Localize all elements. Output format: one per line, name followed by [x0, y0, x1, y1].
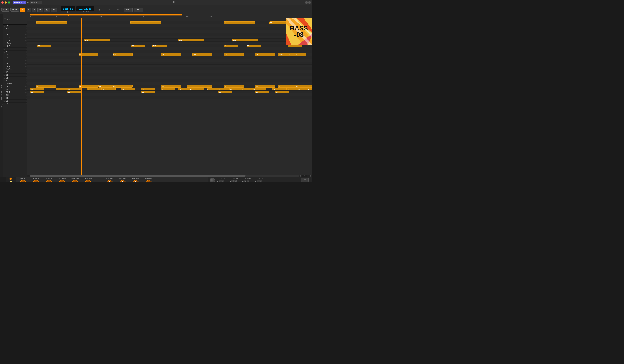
ma-acc-s-btn[interactable]: S	[219, 180, 221, 182]
cb-acc-m-btn[interactable]: M	[247, 180, 249, 182]
cb-acc-play[interactable]: ▶	[242, 181, 243, 182]
clip-block[interactable]: C#1	[272, 88, 286, 91]
clip-block[interactable]: G#1	[161, 53, 181, 56]
window-control-1[interactable]: —	[306, 1, 308, 4]
clip-block[interactable]: D1	[87, 88, 101, 91]
mct-level-knob[interactable]	[72, 180, 78, 182]
cp-acc-s-btn[interactable]: S	[231, 180, 234, 182]
track-mute-arrow[interactable]: ◁	[25, 54, 26, 56]
track-mute-arrow[interactable]: ◁	[25, 45, 26, 47]
track-mute-arrow[interactable]: ◁	[25, 97, 26, 99]
track-item-mt[interactable]: 1 MT ◁	[3, 50, 27, 53]
bd-level-knob[interactable]	[32, 180, 39, 182]
lane-row-rs-acc[interactable]: G#2G#2G#2	[27, 39, 312, 42]
lane-row-oh-acc[interactable]	[27, 76, 312, 79]
clip-block[interactable]: D1	[306, 88, 312, 91]
loop-button[interactable]: ⇄	[37, 8, 43, 12]
scroll-right-btn[interactable]: ▶	[300, 175, 302, 177]
sd-level-knob[interactable]	[46, 180, 52, 182]
track-mute-arrow[interactable]: ◁	[25, 43, 26, 44]
minimize-window-button[interactable]	[5, 1, 7, 4]
clip-block[interactable]: D#1	[36, 85, 56, 88]
clip-block[interactable]: C1	[275, 91, 289, 93]
overdub-button[interactable]: ⊕	[51, 8, 57, 12]
maximize-window-button[interactable]	[8, 1, 10, 4]
file-button[interactable]: FILE	[1, 8, 9, 12]
track-mute-arrow[interactable]: ◁	[25, 57, 26, 58]
clip-block[interactable]: E2	[131, 45, 145, 47]
add-button[interactable]: ADD	[124, 8, 132, 12]
lane-row-hc[interactable]	[27, 18, 312, 21]
track-item-lt[interactable]: 1 LT ◁	[3, 53, 27, 56]
clip-block[interactable]: D3	[130, 22, 161, 24]
lct-level-knob[interactable]	[58, 180, 65, 182]
clip-block[interactable]: D1	[141, 88, 155, 91]
track-item-cb[interactable]: 1 CB ◁	[3, 74, 27, 76]
cp-acc-m-btn[interactable]: M	[234, 180, 237, 182]
lane-row-cl[interactable]	[27, 27, 312, 30]
cy-level-knob[interactable]	[119, 180, 126, 182]
tempo-display[interactable]: 125.00	[61, 6, 75, 11]
lane-row-cy[interactable]	[27, 65, 312, 68]
redo-button[interactable]: ↪	[107, 8, 111, 12]
loop-region[interactable]	[30, 14, 182, 16]
track-item-cl[interactable]: 1 CL ◁	[3, 33, 27, 36]
play-button[interactable]: ▶	[20, 8, 26, 12]
track-item-rs-acc[interactable]: 1 RS Acc ◁	[3, 45, 27, 48]
main-knob[interactable]	[209, 178, 215, 182]
lane-row-ma-acc[interactable]	[27, 62, 312, 65]
lane-row-sd[interactable]	[27, 93, 312, 96]
lane-row-rs[interactable]	[27, 50, 312, 53]
track-mute-arrow[interactable]: ◁	[25, 48, 26, 50]
stop-button[interactable]: ■	[26, 8, 31, 12]
scroll-track[interactable]	[30, 175, 300, 177]
ma-acc-play[interactable]: ▶	[217, 181, 218, 182]
clip-block[interactable]: D1	[121, 88, 135, 91]
track-mute-arrow[interactable]: ◁	[25, 66, 26, 67]
ma-acc-m-btn[interactable]: M	[221, 180, 224, 182]
window-control-2[interactable]: □	[308, 1, 311, 4]
lane-row-lt[interactable]	[27, 47, 312, 50]
clip-block[interactable]: D1	[252, 88, 266, 91]
clip-block[interactable]: D#1	[224, 85, 243, 88]
track-item-ma-acc[interactable]: 1 MA Acc ◁	[3, 68, 27, 71]
lane-row-mt[interactable]: F2E2E2F#2E2F2E2	[27, 45, 312, 47]
ch-level-knob[interactable]	[145, 180, 152, 182]
lane-row-bd[interactable]	[27, 96, 312, 99]
active-tab[interactable]: New 2 * ×	[30, 1, 42, 4]
lane-row-mc[interactable]: D3D3D3D3	[27, 21, 312, 24]
track-item-sd[interactable]: 1 SD ◁	[3, 100, 27, 103]
clip-block[interactable]: E2	[224, 45, 238, 47]
clip-block[interactable]: G1	[295, 53, 306, 56]
cy-acc-m-btn[interactable]: M	[259, 180, 262, 182]
lane-row-sd-acc[interactable]	[27, 82, 312, 85]
power-led[interactable]	[10, 178, 12, 180]
clip-block[interactable]: F#2	[153, 45, 167, 47]
clip-block[interactable]: C1	[67, 91, 81, 93]
track-mute-arrow[interactable]: ◁	[25, 63, 26, 64]
oh-level-knob[interactable]	[132, 180, 139, 182]
track-grid-icon[interactable]: ⊞	[7, 18, 8, 21]
clip-block[interactable]: D3	[224, 22, 255, 24]
fx-button[interactable]: FX	[301, 178, 308, 182]
scroll-left-btn[interactable]: ◀	[28, 175, 29, 177]
h-scrollbar[interactable]: ◀ ▶ 1/16 ◀ ▶	[27, 175, 312, 177]
lane-row-oh[interactable]: D1D1D1D1C#1D1D1D1C#1D1D1D1D1D1D1C#1D1D1D…	[27, 88, 312, 91]
track-item-mc[interactable]: 1 MC ◁	[3, 27, 27, 30]
scroll-thumb[interactable]	[30, 175, 246, 177]
track-mute-arrow[interactable]: ◁	[25, 60, 26, 61]
track-mute-arrow[interactable]: ◁	[25, 91, 26, 93]
clip-block[interactable]: D1	[161, 88, 175, 91]
lane-row-ma[interactable]	[27, 73, 312, 76]
clip-block[interactable]: G#1	[192, 53, 212, 56]
lane-row-lc[interactable]	[27, 24, 312, 27]
track-item-mt-acc[interactable]: 1 MT Acc ◁	[3, 39, 27, 42]
clip-block[interactable]: C1	[141, 91, 155, 93]
clip-block[interactable]: G#1	[113, 53, 133, 56]
track-item-cp[interactable]: 1 CP ◁	[3, 76, 27, 79]
clip-block[interactable]: D1	[30, 88, 44, 91]
tab-close-button[interactable]: ×	[39, 1, 40, 3]
track-mute-arrow[interactable]: ◁	[25, 31, 26, 32]
clip-block[interactable]: D#1	[78, 85, 99, 88]
track-item-ht-acc[interactable]: 1 HT Acc ◁	[3, 36, 27, 39]
